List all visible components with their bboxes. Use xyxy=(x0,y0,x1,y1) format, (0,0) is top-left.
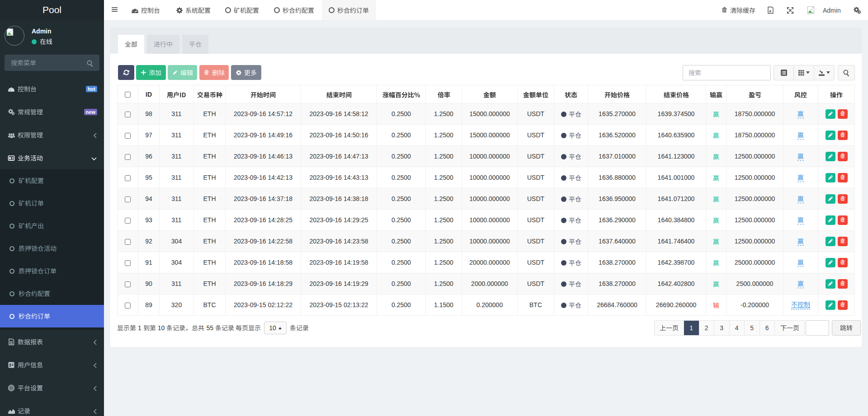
svg-text:a: a xyxy=(769,9,771,13)
